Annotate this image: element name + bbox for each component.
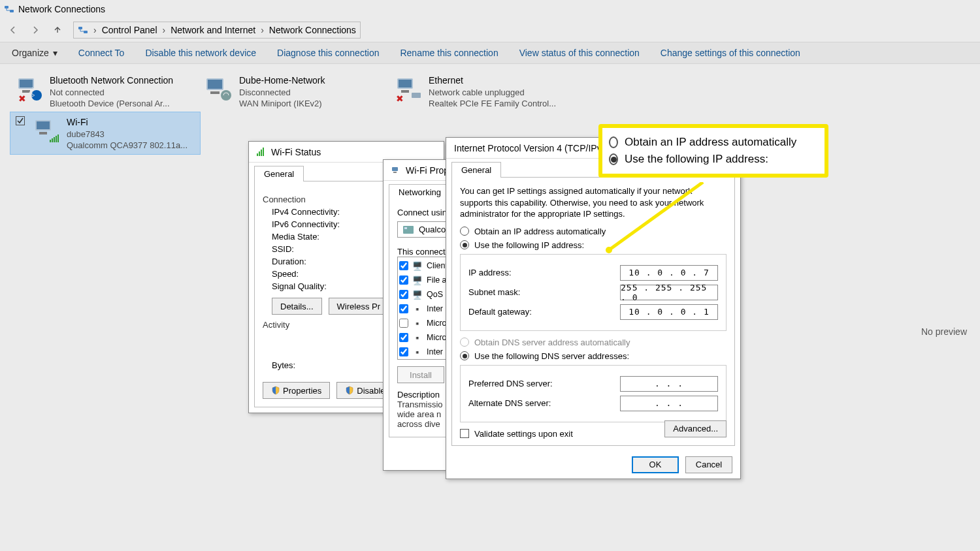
preferred-dns-input[interactable]: . . .	[620, 376, 718, 392]
svg-rect-28	[261, 150, 262, 156]
cmd-diagnose[interactable]: Diagnose this connection	[277, 48, 379, 58]
item-checkbox[interactable]	[399, 319, 408, 328]
cmd-disable[interactable]: Disable this network device	[145, 48, 256, 58]
wireless-properties-button[interactable]: Wireless Pr	[329, 298, 389, 315]
ip-address-input[interactable]: 10 . 0 . 0 . 7	[620, 265, 718, 281]
item-label: QoS	[427, 290, 443, 299]
svg-rect-3	[84, 31, 88, 33]
properties-button[interactable]: Properties	[263, 382, 330, 399]
radio-obtain-ip-auto[interactable]: Obtain an IP address automatically	[460, 227, 727, 236]
advanced-button[interactable]: Advanced...	[664, 420, 727, 437]
connection-name: Ethernet	[429, 74, 556, 87]
bluetooth-adapter-icon: ✖	[14, 74, 43, 103]
svg-rect-11	[210, 91, 220, 94]
details-button[interactable]: Details...	[272, 298, 322, 315]
item-checkbox[interactable]	[399, 304, 408, 313]
back-button[interactable]	[7, 24, 20, 37]
svg-rect-33	[404, 227, 407, 229]
item-checkbox[interactable]	[399, 276, 408, 285]
window-title: Network Connections	[18, 4, 105, 14]
item-label: Client	[427, 261, 448, 270]
nic-icon	[403, 226, 414, 234]
chevron-right-icon: ›	[93, 25, 97, 35]
disable-label: Disable	[357, 386, 385, 396]
connection-name: Dube-Home-Network	[239, 74, 325, 87]
network-connections-icon	[78, 25, 88, 35]
crumb-network-internet[interactable]: Network and Internet	[171, 25, 255, 35]
svg-rect-15	[401, 90, 409, 93]
connection-item[interactable]: Dube-Home-Network Disconnected WAN Minip…	[199, 71, 388, 112]
label-ipv6: IPv6 Connectivity:	[272, 219, 340, 229]
svg-rect-23	[54, 137, 55, 142]
connection-adapter: Realtek PCIe FE Family Control...	[429, 98, 556, 110]
default-gateway-input[interactable]: 10 . 0 . 0 . 1	[620, 304, 718, 320]
crumb-control-panel[interactable]: Control Panel	[102, 25, 157, 35]
breadcrumb[interactable]: › Control Panel › Network and Internet ›…	[73, 22, 361, 39]
properties-label: Properties	[283, 386, 321, 396]
organize-label: Organize	[12, 48, 49, 58]
radio-use-dns[interactable]: Use the following DNS server addresses:	[460, 351, 727, 361]
command-bar: Organize ▾ Connect To Disable this netwo…	[0, 42, 980, 64]
item-label: Micro	[427, 333, 447, 342]
item-checkbox[interactable]	[399, 333, 408, 342]
connection-item[interactable]: ✖ Bluetooth Network Connection Not conne…	[9, 71, 199, 112]
connection-adapter: Bluetooth Device (Personal Ar...	[50, 98, 173, 110]
alternate-dns-input[interactable]: . . .	[620, 396, 718, 411]
item-label: Inter	[427, 347, 443, 356]
ip-address-label: IP address:	[468, 268, 512, 277]
preferred-dns-label: Preferred DNS server:	[468, 379, 553, 388]
cmd-connect-to[interactable]: Connect To	[78, 48, 125, 58]
connection-name: Wi-Fi	[67, 116, 188, 129]
svg-text:✖: ✖	[18, 93, 26, 103]
radio-label: Use the following DNS server addresses:	[474, 351, 629, 361]
connection-item[interactable]: ✖ Ethernet Network cable unplugged Realt…	[388, 71, 578, 112]
svg-rect-6	[22, 90, 30, 93]
tab-general[interactable]: General	[451, 162, 501, 178]
forward-button[interactable]	[29, 24, 42, 37]
up-button[interactable]	[51, 24, 64, 37]
vpn-adapter-icon	[204, 74, 233, 103]
radio-icon	[460, 227, 469, 236]
ok-button[interactable]: OK	[632, 456, 679, 473]
cancel-button[interactable]: Cancel	[685, 456, 732, 473]
selection-checkbox[interactable]	[16, 116, 25, 125]
titlebar: Network Connections	[0, 0, 980, 18]
install-button[interactable]: Install	[397, 366, 444, 383]
bytes-label: Bytes:	[272, 360, 295, 370]
item-checkbox[interactable]	[399, 347, 408, 356]
label-ipv4: IPv4 Connectivity:	[272, 207, 340, 217]
wifi-signal-icon	[257, 148, 266, 157]
svg-rect-16	[412, 93, 421, 98]
radio-obtain-dns-auto: Obtain DNS server address automatically	[460, 338, 727, 347]
preview-hint: No preview	[921, 326, 967, 337]
svg-rect-26	[257, 153, 258, 156]
item-checkbox[interactable]	[399, 261, 408, 270]
svg-text:✖: ✖	[396, 93, 404, 103]
callout-highlight: Obtain an IP address automatically Use t…	[598, 124, 828, 178]
cmd-change-settings[interactable]: Change settings of this connection	[661, 48, 800, 58]
cmd-rename[interactable]: Rename this connection	[400, 48, 498, 58]
subnet-mask-input[interactable]: 255 . 255 . 255 . 0	[620, 285, 718, 300]
tab-networking[interactable]: Networking	[389, 184, 451, 200]
connection-item-wifi[interactable]: Wi-Fi dube7843 Qualcomm QCA9377 802.11a.…	[10, 112, 200, 154]
radio-icon	[460, 338, 469, 347]
svg-rect-29	[263, 148, 264, 156]
radio-use-ip[interactable]: Use the following IP address:	[460, 240, 727, 250]
cmd-view-status[interactable]: View status of this connection	[519, 48, 640, 58]
alternate-dns-label: Alternate DNS server:	[468, 398, 551, 408]
chevron-right-icon: ›	[261, 25, 264, 35]
radio-label: Obtain an IP address automatically	[474, 227, 606, 236]
item-checkbox[interactable]	[399, 290, 408, 299]
organize-menu[interactable]: Organize ▾	[12, 48, 57, 58]
subnet-mask-label: Subnet mask:	[468, 287, 521, 297]
svg-point-12	[221, 90, 231, 101]
network-connections-icon	[4, 4, 14, 14]
connection-adapter: WAN Miniport (IKEv2)	[239, 98, 325, 110]
tab-general[interactable]: General	[254, 166, 304, 181]
crumb-network-connections[interactable]: Network Connections	[269, 25, 356, 35]
chevron-right-icon: ›	[163, 25, 166, 35]
addressbar: › Control Panel › Network and Internet ›…	[0, 18, 980, 42]
checkbox-icon	[460, 429, 469, 438]
svg-rect-0	[5, 6, 8, 8]
connection-status: Not connected	[50, 87, 173, 99]
